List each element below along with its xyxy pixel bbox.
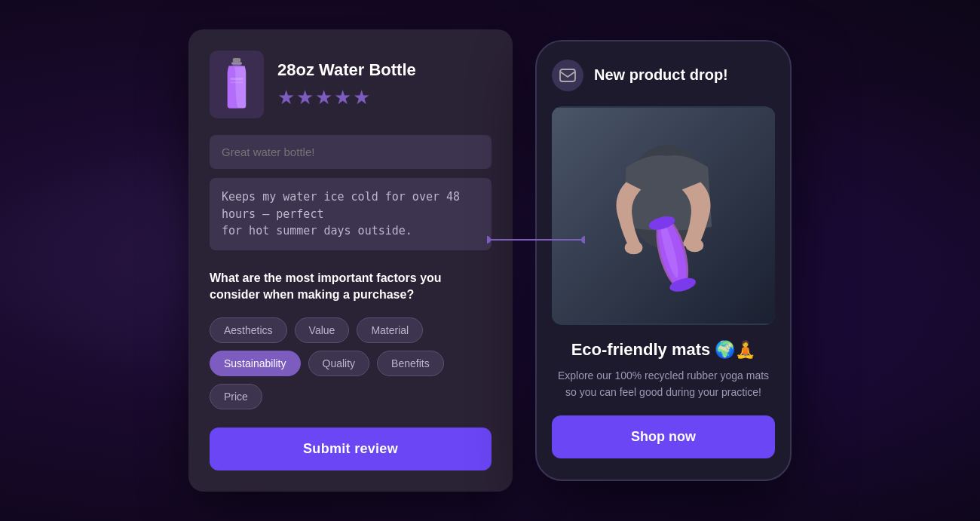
review-title-input[interactable] [210, 135, 492, 169]
review-card: 28oz Water Bottle ★★★★★ What are the mos… [188, 29, 513, 491]
svg-rect-0 [233, 58, 241, 62]
svg-point-18 [625, 241, 643, 254]
svg-rect-2 [230, 78, 243, 81]
mail-icon-box [552, 60, 583, 91]
phone-inner: New product drop! [537, 41, 790, 480]
bottle-icon [223, 58, 250, 111]
product-info: 28oz Water Bottle ★★★★★ [277, 60, 416, 109]
svg-rect-1 [231, 63, 242, 66]
product-name: 28oz Water Bottle [277, 60, 416, 80]
notification-title: New product drop! [594, 66, 728, 84]
factor-value[interactable]: Value [295, 317, 350, 343]
svg-point-17 [686, 238, 704, 252]
factor-material[interactable]: Material [357, 317, 423, 343]
factor-quality[interactable]: Quality [308, 351, 370, 376]
factors-grid: Aesthetics Value Material Sustainability… [210, 317, 492, 409]
factor-benefits[interactable]: Benefits [377, 351, 444, 376]
star-rating: ★★★★★ [277, 86, 416, 109]
yoga-product-image [552, 106, 775, 325]
eco-section: Eco-friendly mats 🌍🧘 Explore our 100% re… [552, 340, 775, 401]
notification-bar: New product drop! [552, 60, 775, 91]
factor-sustainability[interactable]: Sustainability [210, 351, 301, 376]
product-header: 28oz Water Bottle ★★★★★ [210, 51, 492, 118]
factor-price[interactable]: Price [210, 384, 262, 409]
yoga-scene-svg [552, 106, 775, 325]
svg-point-4 [231, 65, 242, 68]
review-body-input[interactable] [210, 178, 492, 250]
svg-rect-3 [230, 82, 243, 84]
eco-title: Eco-friendly mats 🌍🧘 [552, 340, 775, 360]
svg-rect-8 [560, 69, 575, 81]
product-image-box [210, 51, 264, 118]
factors-question: What are the most important factors you … [210, 270, 492, 304]
phone-frame: New product drop! [535, 40, 792, 482]
eco-description: Explore our 100% recycled rubber yoga ma… [552, 367, 775, 401]
factor-aesthetics[interactable]: Aesthetics [210, 317, 287, 343]
scene-wrapper: 28oz Water Bottle ★★★★★ What are the mos… [188, 29, 792, 491]
mail-icon [559, 69, 576, 82]
submit-review-button[interactable]: Submit review [210, 428, 492, 470]
shop-now-button[interactable]: Shop now [552, 415, 775, 458]
